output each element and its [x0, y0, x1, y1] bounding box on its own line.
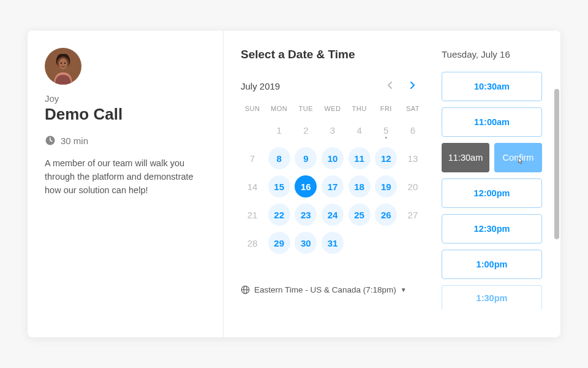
- day-disabled: 20: [402, 175, 424, 197]
- day-cell: 5•: [374, 118, 398, 142]
- day-cell: 27: [401, 203, 424, 226]
- day-cell: 7: [241, 147, 264, 170]
- time-slot[interactable]: 1:00pm: [442, 250, 542, 279]
- scheduling-panel: Select a Date & Time July 2019 SUNMONTUE…: [224, 31, 560, 337]
- day-cell: 12: [374, 147, 398, 170]
- weekday-label: SAT: [401, 105, 424, 112]
- svg-point-4: [64, 63, 66, 64]
- day-available[interactable]: 25: [349, 204, 371, 226]
- month-nav: [384, 79, 418, 94]
- day-available[interactable]: 12: [375, 147, 397, 169]
- timezone-label: Eastern Time - US & Canada (7:18pm): [254, 285, 396, 294]
- day-cell: 2: [294, 118, 317, 142]
- day-available[interactable]: 26: [375, 204, 397, 226]
- day-cell: 17: [321, 175, 344, 198]
- time-slot[interactable]: 11:00am: [442, 107, 542, 137]
- clock-icon: [45, 135, 56, 146]
- duration-row: 30 min: [45, 135, 206, 146]
- day-selected[interactable]: 16: [295, 175, 317, 197]
- day-cell: 11: [348, 147, 371, 170]
- weekday-header: SUNMONTUEWEDTHUFRISAT: [241, 105, 424, 112]
- selected-slot-row: 11:30amConfirm: [442, 143, 542, 172]
- day-cell: 31: [321, 231, 344, 255]
- day-cell: 8: [268, 147, 291, 170]
- time-slot[interactable]: 12:30pm: [442, 214, 542, 243]
- day-cell: 22: [268, 203, 291, 226]
- day-disabled: 4: [349, 119, 371, 141]
- day-disabled: 21: [241, 204, 263, 226]
- day-available[interactable]: 31: [322, 232, 344, 254]
- next-month-button[interactable]: [407, 79, 418, 94]
- svg-point-2: [59, 58, 67, 69]
- day-cell: 1: [268, 118, 291, 142]
- svg-point-3: [61, 63, 62, 64]
- weekday-label: SUN: [241, 105, 264, 112]
- prev-month-button[interactable]: [384, 79, 395, 94]
- day-available[interactable]: 9: [295, 147, 317, 169]
- day-cell: 23: [294, 203, 317, 226]
- day-cell: 15: [268, 175, 291, 198]
- day-cell: 25: [348, 203, 371, 226]
- day-cell: [241, 118, 264, 142]
- day-disabled: 6: [402, 119, 424, 141]
- day-cell: 6: [401, 118, 424, 142]
- timezone-selector[interactable]: Eastern Time - US & Canada (7:18pm) ▼: [241, 285, 424, 294]
- day-disabled: 2: [295, 119, 317, 141]
- day-available[interactable]: 15: [268, 175, 290, 197]
- time-slot[interactable]: 10:30am: [442, 72, 542, 101]
- time-slot[interactable]: 12:00pm: [442, 178, 542, 208]
- calendar-week: 12345•6: [241, 118, 424, 142]
- day-available[interactable]: 8: [268, 147, 290, 169]
- day-cell: 9: [294, 147, 317, 170]
- day-disabled: 13: [402, 147, 424, 169]
- time-slot[interactable]: 1:30pm: [442, 285, 542, 310]
- day-available[interactable]: 24: [322, 204, 344, 226]
- day-available[interactable]: 11: [349, 147, 371, 169]
- selected-date-heading: Tuesday, July 16: [442, 48, 542, 59]
- day-available[interactable]: 23: [295, 204, 317, 226]
- day-disabled: 7: [241, 147, 263, 169]
- weekday-label: WED: [321, 105, 344, 112]
- scrollbar-thumb[interactable]: [554, 89, 559, 239]
- event-title: Demo Call: [45, 105, 206, 124]
- day-cell: 30: [294, 231, 317, 255]
- day-cell: 21: [241, 203, 264, 226]
- day-available[interactable]: 10: [322, 147, 344, 169]
- host-avatar: [45, 48, 81, 85]
- day-available[interactable]: 22: [268, 204, 290, 226]
- day-cell: 26: [374, 203, 398, 226]
- event-description: A member of our team will walk you throu…: [45, 157, 206, 197]
- event-panel: Joy Demo Call 30 min A member of our tea…: [28, 31, 224, 337]
- day-available[interactable]: 18: [349, 175, 371, 197]
- day-cell: 10: [321, 147, 344, 170]
- scrollbar[interactable]: [554, 89, 559, 239]
- section-title: Select a Date & Time: [241, 48, 424, 61]
- calendar-week: 14151617181920: [241, 175, 424, 198]
- day-cell: [374, 231, 398, 255]
- times-column: Tuesday, July 16 10:30am11:00am11:30amCo…: [424, 48, 554, 331]
- weekday-label: TUE: [294, 105, 317, 112]
- weekday-label: FRI: [374, 105, 398, 112]
- selected-time-slot[interactable]: 11:30am: [442, 143, 489, 172]
- globe-icon: [241, 285, 250, 294]
- day-cell: 18: [348, 175, 371, 198]
- day-available[interactable]: 29: [268, 232, 290, 254]
- day-cell: 20: [401, 175, 424, 198]
- day-available[interactable]: 19: [375, 175, 397, 197]
- day-cell: 16: [294, 175, 317, 198]
- day-cell: 19: [374, 175, 398, 198]
- day-cell: 24: [321, 203, 344, 226]
- today-indicator: •: [385, 134, 388, 141]
- cursor-pointer-icon: [514, 156, 526, 167]
- weekday-label: THU: [348, 105, 371, 112]
- chevron-right-icon: [410, 81, 416, 90]
- day-available[interactable]: 17: [322, 175, 344, 197]
- day-disabled: 14: [241, 175, 263, 197]
- confirm-button[interactable]: Confirm: [494, 143, 542, 172]
- day-available[interactable]: 30: [295, 232, 317, 254]
- calendar-week: 28293031: [241, 231, 424, 255]
- day-disabled: 1: [268, 119, 290, 141]
- day-cell: 14: [241, 175, 264, 198]
- chevron-left-icon: [386, 81, 393, 90]
- calendar-column: Select a Date & Time July 2019 SUNMONTUE…: [241, 48, 424, 331]
